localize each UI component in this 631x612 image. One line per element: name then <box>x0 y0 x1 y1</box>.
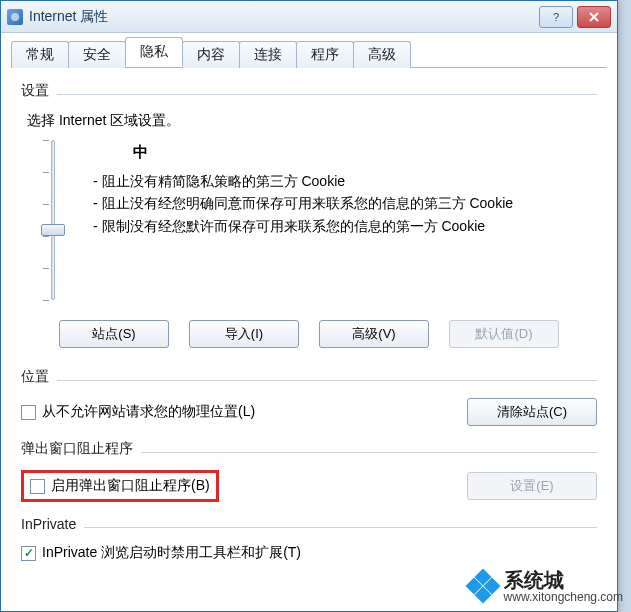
watermark-url: www.xitongcheng.com <box>504 591 623 604</box>
privacy-level-description: 阻止没有精简隐私策略的第三方 Cookie 阻止没有经您明确同意而保存可用来联系… <box>93 170 597 237</box>
sites-button[interactable]: 站点(S) <box>59 320 169 348</box>
internet-properties-dialog: Internet 属性 ? 常规 安全 隐私 内容 连接 程序 高级 设置 选择… <box>0 0 618 612</box>
watermark-logo-icon <box>468 571 498 601</box>
inprivate-disable-toolbars-label: InPrivate 浏览启动时禁用工具栏和扩展(T) <box>42 544 301 562</box>
popup-title: 弹出窗口阻止程序 <box>21 440 133 458</box>
clear-sites-button[interactable]: 清除站点(C) <box>467 398 597 426</box>
window-title: Internet 属性 <box>29 8 535 26</box>
location-title: 位置 <box>21 368 49 386</box>
enable-popup-blocker-checkbox[interactable] <box>30 479 45 494</box>
tab-programs[interactable]: 程序 <box>296 41 354 68</box>
help-button[interactable]: ? <box>539 6 573 28</box>
divider <box>141 452 597 453</box>
never-allow-location-label: 从不允许网站请求您的物理位置(L) <box>42 403 255 421</box>
privacy-bullet: 阻止没有经您明确同意而保存可用来联系您的信息的第三方 Cookie <box>93 192 597 214</box>
privacy-bullet: 阻止没有精简隐私策略的第三方 Cookie <box>93 170 597 192</box>
privacy-bullet: 限制没有经您默许而保存可用来联系您的信息的第一方 Cookie <box>93 215 597 237</box>
tab-connections[interactable]: 连接 <box>239 41 297 68</box>
tab-strip: 常规 安全 隐私 内容 连接 程序 高级 <box>1 33 617 67</box>
default-button: 默认值(D) <box>449 320 559 348</box>
divider <box>84 527 597 528</box>
svg-text:?: ? <box>553 11 559 23</box>
divider <box>57 380 597 381</box>
window-buttons: ? <box>535 6 611 28</box>
popup-settings-button: 设置(E) <box>467 472 597 500</box>
popup-highlight: 启用弹出窗口阻止程序(B) <box>21 470 219 502</box>
tab-general[interactable]: 常规 <box>11 41 69 68</box>
tab-advanced[interactable]: 高级 <box>353 41 411 68</box>
inprivate-disable-toolbars-checkbox[interactable] <box>21 546 36 561</box>
watermark-brand: 系统城 <box>504 569 564 591</box>
tab-security[interactable]: 安全 <box>68 41 126 68</box>
internet-options-icon <box>7 9 23 25</box>
divider <box>57 94 597 95</box>
advanced-button[interactable]: 高级(V) <box>319 320 429 348</box>
inprivate-title: InPrivate <box>21 516 76 532</box>
settings-section: 设置 选择 Internet 区域设置。 <box>21 82 597 348</box>
enable-popup-blocker-label: 启用弹出窗口阻止程序(B) <box>51 477 210 495</box>
settings-title: 设置 <box>21 82 49 100</box>
zone-select-label: 选择 Internet 区域设置。 <box>27 112 597 130</box>
titlebar[interactable]: Internet 属性 ? <box>1 1 617 33</box>
svg-point-0 <box>11 13 19 21</box>
privacy-level-label: 中 <box>133 140 597 164</box>
import-button[interactable]: 导入(I) <box>189 320 299 348</box>
never-allow-location-checkbox[interactable] <box>21 405 36 420</box>
tab-privacy[interactable]: 隐私 <box>125 37 183 67</box>
inprivate-section: InPrivate InPrivate 浏览启动时禁用工具栏和扩展(T) <box>21 516 597 562</box>
location-section: 位置 从不允许网站请求您的物理位置(L) 清除站点(C) <box>21 368 597 426</box>
slider-thumb[interactable] <box>41 224 65 236</box>
popup-blocker-section: 弹出窗口阻止程序 启用弹出窗口阻止程序(B) 设置(E) <box>21 440 597 502</box>
privacy-level-slider[interactable] <box>41 140 65 300</box>
close-button[interactable] <box>577 6 611 28</box>
tab-content[interactable]: 内容 <box>182 41 240 68</box>
privacy-panel: 设置 选择 Internet 区域设置。 <box>11 67 607 590</box>
watermark: 系统城 www.xitongcheng.com <box>468 569 623 604</box>
